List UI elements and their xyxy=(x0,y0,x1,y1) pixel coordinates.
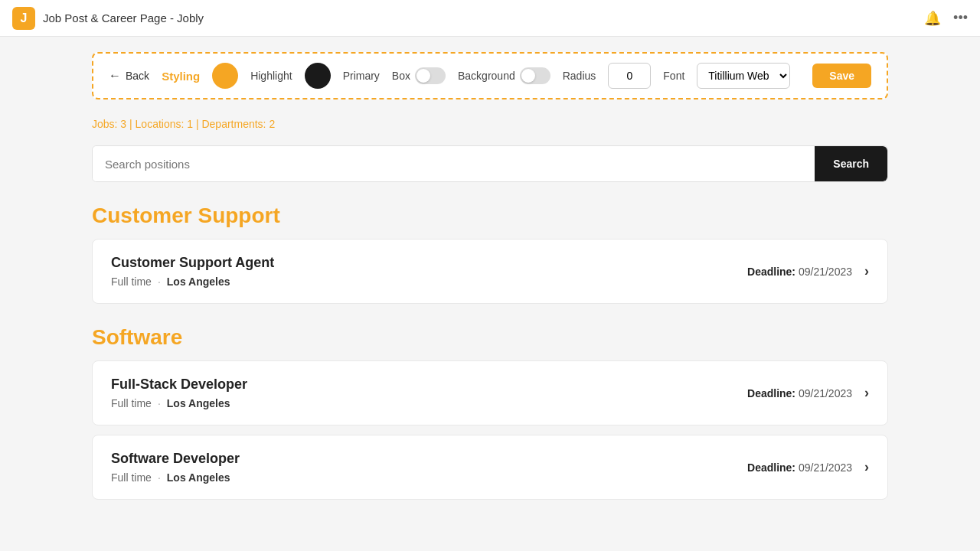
primary-label: Primary xyxy=(343,70,380,82)
department-section: Software Full-Stack Developer Full time … xyxy=(92,325,888,500)
search-input[interactable] xyxy=(93,146,815,181)
job-title: Customer Support Agent xyxy=(111,255,747,271)
dot-separator: · xyxy=(158,397,161,409)
search-bar: Search xyxy=(92,145,888,182)
department-section: Customer Support Customer Support Agent … xyxy=(92,204,888,304)
job-card[interactable]: Customer Support Agent Full time · Los A… xyxy=(92,239,888,304)
chevron-right-icon: › xyxy=(864,385,869,401)
job-meta: Full time · Los Angeles xyxy=(111,276,747,288)
back-button[interactable]: ← Back xyxy=(109,69,149,83)
app-logo: J xyxy=(12,7,35,30)
stats-line: Jobs: 3 | Locations: 1 | Departments: 2 xyxy=(92,118,888,130)
job-type: Full time xyxy=(111,276,152,288)
chevron-right-icon: › xyxy=(864,459,869,475)
highlight-color-swatch[interactable] xyxy=(212,63,238,89)
job-card[interactable]: Software Developer Full time · Los Angel… xyxy=(92,435,888,500)
nav-left: J Job Post & Career Page - Jobly xyxy=(12,7,204,30)
department-title: Software xyxy=(92,325,888,350)
job-location: Los Angeles xyxy=(167,471,230,484)
primary-color-swatch[interactable] xyxy=(305,63,331,89)
job-deadline: Deadline: 09/21/2023 xyxy=(747,266,852,278)
job-type: Full time xyxy=(111,471,152,484)
job-location: Los Angeles xyxy=(167,397,230,409)
chevron-right-icon: › xyxy=(864,263,869,279)
job-info: Customer Support Agent Full time · Los A… xyxy=(111,255,747,288)
job-deadline: Deadline: 09/21/2023 xyxy=(747,387,852,399)
nav-right: 🔔 ••• xyxy=(924,10,968,27)
job-right: Deadline: 09/21/2023 › xyxy=(747,263,869,279)
job-right: Deadline: 09/21/2023 › xyxy=(747,385,869,401)
departments-container: Customer Support Customer Support Agent … xyxy=(92,204,888,500)
app-title: Job Post & Career Page - Jobly xyxy=(43,11,204,24)
job-right: Deadline: 09/21/2023 › xyxy=(747,459,869,475)
box-toggle[interactable] xyxy=(415,67,446,84)
font-select[interactable]: Titillium Web Inter Roboto xyxy=(697,63,790,89)
dot-separator: · xyxy=(158,276,161,288)
job-info: Full-Stack Developer Full time · Los Ang… xyxy=(111,377,747,409)
job-deadline: Deadline: 09/21/2023 xyxy=(747,461,852,474)
background-label: Background xyxy=(458,70,515,82)
department-title: Customer Support xyxy=(92,204,888,228)
background-toggle-group: Background xyxy=(458,67,550,84)
job-card[interactable]: Full-Stack Developer Full time · Los Ang… xyxy=(92,360,888,425)
styling-toolbar: ← Back Styling Highlight Primary Box Bac… xyxy=(92,52,888,99)
back-arrow-icon: ← xyxy=(109,69,121,83)
job-meta: Full time · Los Angeles xyxy=(111,471,747,484)
main-content: ← Back Styling Highlight Primary Box Bac… xyxy=(0,37,980,536)
highlight-label: Highlight xyxy=(250,70,292,82)
save-button[interactable]: Save xyxy=(812,64,871,88)
job-location: Los Angeles xyxy=(167,276,230,288)
top-nav: J Job Post & Career Page - Jobly 🔔 ••• xyxy=(0,0,980,37)
job-title: Software Developer xyxy=(111,451,747,467)
job-type: Full time xyxy=(111,397,152,409)
styling-label: Styling xyxy=(162,70,200,83)
job-title: Full-Stack Developer xyxy=(111,377,747,393)
background-toggle[interactable] xyxy=(520,67,550,84)
box-toggle-group: Box xyxy=(392,67,446,84)
radius-label: Radius xyxy=(563,70,596,82)
font-label: Font xyxy=(663,70,684,82)
radius-input[interactable] xyxy=(608,63,651,89)
dot-separator: · xyxy=(158,471,161,484)
more-icon[interactable]: ••• xyxy=(953,10,968,26)
job-meta: Full time · Los Angeles xyxy=(111,397,747,409)
box-label: Box xyxy=(392,70,410,82)
search-button[interactable]: Search xyxy=(815,146,887,181)
job-info: Software Developer Full time · Los Angel… xyxy=(111,451,747,484)
bell-icon[interactable]: 🔔 xyxy=(924,10,941,27)
